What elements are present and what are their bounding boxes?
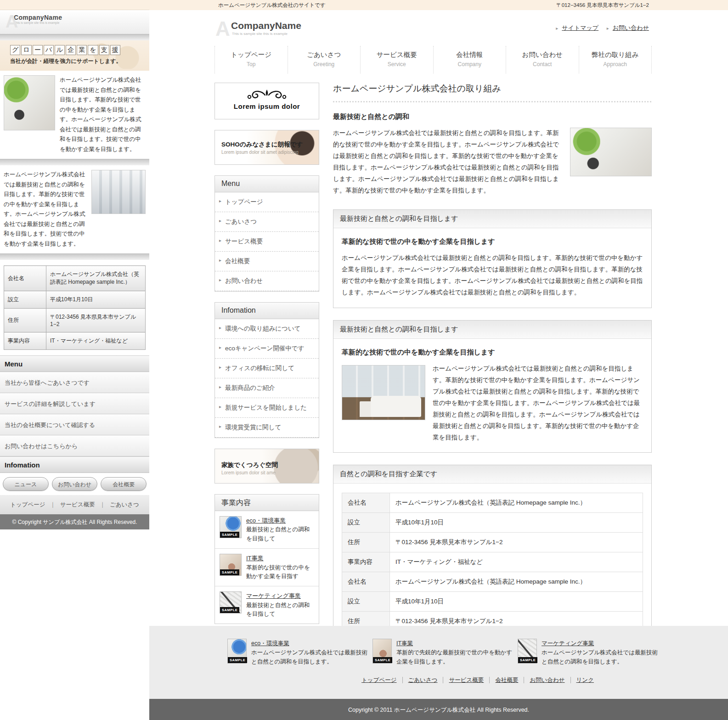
- info-item-label: オフィスの移転に関して: [225, 365, 294, 371]
- nav-label-jp: 弊社の取り組み: [579, 51, 652, 59]
- sidebar-item-greeting[interactable]: ▸ごあいさつ: [215, 212, 319, 232]
- nav-label-jp: お問い合わせ: [506, 51, 579, 59]
- contact-link[interactable]: お問い合わせ: [613, 24, 649, 31]
- content-area: Lorem ipsum dolor SOHOのみなさまに朗報です Lorem i…: [214, 73, 652, 626]
- sidebar-item-contact[interactable]: ▸お問い合わせ: [215, 271, 319, 291]
- left-menu-item-contact[interactable]: お問い合わせはこちらから: [0, 435, 149, 456]
- table-row: 事業内容IT・マーケティング・福祉など: [342, 552, 643, 572]
- footer-link-top[interactable]: トップページ: [356, 677, 402, 683]
- arrow-icon: ▸: [556, 26, 558, 31]
- left-menu-item-greeting[interactable]: 当社から皆様へごあいさつです: [0, 372, 149, 393]
- nav-label-jp: ごあいさつ: [288, 51, 361, 59]
- marketing-business-link[interactable]: マーケティング事業: [246, 592, 301, 599]
- sidebar-item-label: トップページ: [225, 198, 263, 205]
- divider: [0, 159, 149, 165]
- footer-link-company[interactable]: 会社概要: [490, 677, 524, 683]
- contact-button[interactable]: お問い合わせ: [52, 477, 98, 491]
- content-sidebar: Lorem ipsum dolor SOHOのみなさまに朗報です Lorem i…: [214, 83, 319, 626]
- sample-badge: SAMPLE: [220, 607, 239, 613]
- table-row: 住所〒012-3456 見本県見本市サンプル1−2: [342, 533, 643, 552]
- eco-thumbnail: SAMPLE: [227, 639, 247, 664]
- content-box-subheading: 革新的な技術で世の中を動かす企業を目指します: [342, 348, 643, 357]
- left-logo-tagline: This is sample site this is example: [14, 21, 149, 24]
- sitemap-link[interactable]: サイトマップ: [562, 24, 598, 31]
- info-item-eco-campaign[interactable]: ▸ecoキャンペーン開催中です: [215, 339, 319, 359]
- site-logo[interactable]: CompanyName: [231, 20, 301, 31]
- left-logo-block[interactable]: A CompanyName This is sample site this i…: [0, 10, 149, 34]
- site-address: 〒012−3456 見本県見本市サンプル1−2: [556, 2, 649, 10]
- sidebar-banner-lorem[interactable]: Lorem ipsum dolor: [214, 83, 319, 119]
- left-info-heading: Infomation: [0, 456, 149, 473]
- nav-label-en: Approach: [579, 61, 652, 68]
- left-footer-link-greeting[interactable]: ごあいさつ: [105, 501, 144, 508]
- left-footer-link-top[interactable]: トップページ: [6, 501, 50, 508]
- nav-item-contact[interactable]: お問い合わせ Contact: [506, 46, 579, 73]
- left-menu-item-company[interactable]: 当社の会社概要について確認する: [0, 414, 149, 435]
- it-business-link[interactable]: IT事業: [396, 640, 413, 647]
- arrow-icon: ▸: [219, 238, 221, 243]
- sidebar-banner-family[interactable]: 家族でくつろぐ空間 Lorem ipsum dolor sit ame: [214, 449, 319, 484]
- footer-link-links[interactable]: リンク: [571, 677, 599, 683]
- info-item-new-product[interactable]: ▸最新商品のご紹介: [215, 378, 319, 398]
- table-value: ホームページサンプル株式会社（英語表記 Homepage sample Inc.…: [46, 266, 146, 291]
- arrow-icon: ▸: [219, 424, 221, 429]
- sidebar-item-top[interactable]: ▸トップページ: [215, 192, 319, 212]
- content-box-body: 革新的な技術で世の中を動かす企業を目指します ホームページサンプル株式会社では最…: [333, 228, 651, 308]
- footer-column-desc: ホームページサンプル株式会社では最新技術と自然との調和を目指します。: [542, 649, 658, 665]
- nav-item-greeting[interactable]: ごあいさつ Greeting: [288, 46, 361, 73]
- business-item-text: マーケティング事業 最新技術と自然との調和を目指して: [246, 591, 314, 619]
- arrow-icon: ▸: [219, 325, 221, 330]
- news-button[interactable]: ニュース: [3, 477, 49, 491]
- info-item-office-move[interactable]: ▸オフィスの移転に関して: [215, 359, 319, 378]
- footer-link-service[interactable]: サービス概要: [443, 677, 490, 683]
- nav-label-jp: トップページ: [215, 51, 288, 59]
- table-value: IT・マーケティング・福祉など: [46, 332, 146, 350]
- left-intro-block-2: ホームページサンプル株式会社では最新技術と自然との調和を目指します。革新的な技術…: [0, 165, 149, 253]
- info-item-new-service[interactable]: ▸新規サービスを開始しました: [215, 398, 319, 418]
- arrow-icon: ▸: [219, 277, 221, 282]
- eco-business-link[interactable]: eco・環境事業: [246, 517, 286, 524]
- company-overview-button[interactable]: 会社概要: [101, 477, 147, 491]
- nav-item-service[interactable]: サービス概要 Service: [360, 46, 433, 73]
- hero-char: ロ: [21, 45, 31, 55]
- it-business-link[interactable]: IT事業: [246, 555, 264, 562]
- sidebar-item-service[interactable]: ▸サービス概要: [215, 232, 319, 252]
- marketing-business-link[interactable]: マーケティング事業: [542, 640, 594, 647]
- sidebar-item-label: 会社概要: [225, 258, 250, 264]
- footer-link-contact[interactable]: お問い合わせ: [524, 677, 570, 683]
- sidebar-item-company[interactable]: ▸会社概要: [215, 252, 319, 271]
- banner-title: SOHOのみなさまに朗報です: [221, 141, 303, 149]
- nav-label-en: Company: [434, 61, 506, 68]
- content-box-subheading: 革新的な技術で世の中を動かす企業を目指します: [342, 237, 643, 246]
- table-row: 住所〒012-3456 見本県見本市サンプル1−2: [342, 612, 643, 626]
- table-label: 会社名: [342, 572, 390, 592]
- table-label: 住所: [342, 533, 390, 552]
- info-item-eco-award[interactable]: ▸環境賞受賞に関して: [215, 418, 319, 438]
- info-item-environment[interactable]: ▸環境への取り組みについて: [215, 319, 319, 339]
- sidebar-banner-soho[interactable]: SOHOのみなさまに朗報です Lorem ipsum dolor sit ame…: [214, 130, 319, 165]
- nav-item-approach[interactable]: 弊社の取り組み Approach: [579, 46, 652, 73]
- desk-photo: [570, 128, 652, 176]
- desk-photo: [4, 75, 55, 130]
- marketing-thumbnail: SAMPLE: [220, 591, 242, 613]
- footer-column-text: マーケティング事業 ホームページサンプル株式会社では最新技術と自然との調和を目指…: [542, 639, 658, 666]
- footer-column-desc: 革新的で先鋭的な最新技術で世の中を動かす企業を目指します。: [396, 649, 512, 665]
- footer-links: トップページごあいさつサービス概要会社概要お問い合わせリンク: [227, 676, 728, 684]
- left-intro-text-1: ホームページサンプル株式会社では最新技術と自然との調和を目指します。革新的な技術…: [60, 75, 146, 154]
- footer-column-text: IT事業 革新的で先鋭的な最新技術で世の中を動かす企業を目指します。: [396, 639, 513, 666]
- footer-link-greeting[interactable]: ごあいさつ: [403, 677, 444, 683]
- eco-business-link[interactable]: eco・環境事業: [251, 640, 289, 647]
- site-description: ホームページサンプル株式会社のサイトです: [218, 2, 326, 10]
- left-panel: A CompanyName This is sample site this i…: [0, 0, 149, 720]
- left-menu-item-service[interactable]: サービスの詳細を解説しています: [0, 393, 149, 414]
- header-utility-links: ▸サイトマップ ▸お問い合わせ: [549, 24, 649, 32]
- table-row: 設立 平成10年1月10日: [4, 291, 146, 309]
- main-navigation: トップページ Top ごあいさつ Greeting サービス概要 Service…: [214, 46, 652, 73]
- nav-item-company[interactable]: 会社情報 Company: [433, 46, 506, 73]
- nav-label-en: Greeting: [288, 61, 361, 68]
- left-footer-link-service[interactable]: サービス概要: [56, 501, 100, 508]
- nav-item-top[interactable]: トップページ Top: [214, 46, 288, 73]
- table-label: 設立: [4, 291, 46, 309]
- table-label: 設立: [342, 592, 390, 612]
- sidebar-info-box: Infomation ▸環境への取り組みについて ▸ecoキャンペーン開催中です…: [214, 302, 319, 438]
